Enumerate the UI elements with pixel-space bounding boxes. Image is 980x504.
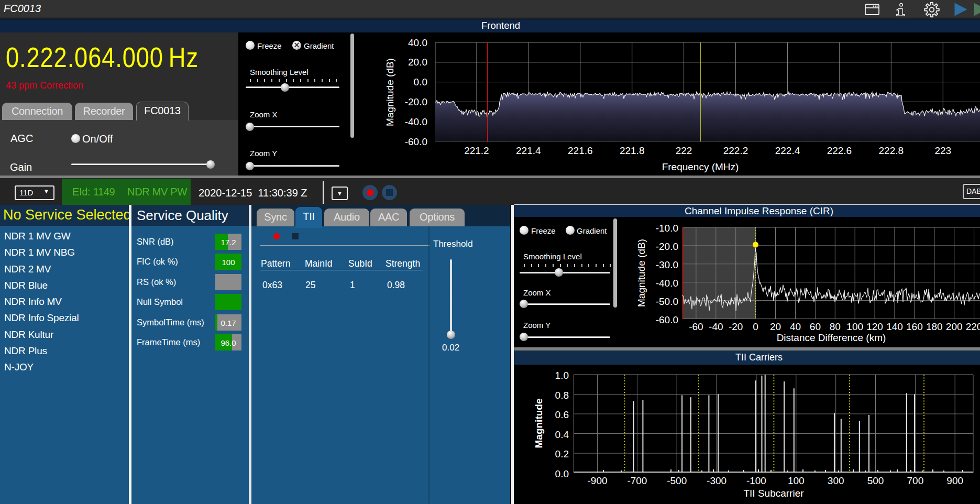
svg-text:300: 300 (828, 475, 844, 486)
svg-text:-40: -40 (709, 321, 723, 332)
svg-text:40: 40 (790, 321, 801, 332)
svg-text:221.6: 221.6 (568, 145, 593, 156)
svg-text:60: 60 (810, 321, 821, 332)
svg-text:TII Subcarrier: TII Subcarrier (743, 488, 804, 499)
svg-text:-100: -100 (746, 475, 766, 486)
svg-text:140: 140 (886, 321, 903, 332)
svg-text:221.8: 221.8 (620, 145, 645, 156)
svg-text:0.6: 0.6 (555, 409, 569, 420)
svg-text:-60.0: -60.0 (405, 136, 427, 147)
svg-text:221.2: 221.2 (464, 145, 489, 156)
svg-text:-10.0: -10.0 (656, 223, 678, 234)
svg-text:1.0: 1.0 (555, 370, 569, 381)
svg-text:-300: -300 (707, 475, 726, 486)
svg-text:-60: -60 (689, 321, 703, 332)
svg-text:-40.0: -40.0 (405, 116, 427, 127)
svg-text:20.0: 20.0 (408, 57, 427, 68)
svg-text:-60.0: -60.0 (656, 314, 678, 325)
svg-text:220: 220 (966, 321, 980, 332)
svg-text:222.8: 222.8 (879, 145, 904, 156)
svg-text:Frequency (MHz): Frequency (MHz) (662, 161, 739, 172)
svg-text:120: 120 (866, 321, 883, 332)
svg-text:-30.0: -30.0 (656, 259, 678, 270)
svg-text:Magnitude (dB): Magnitude (dB) (636, 239, 647, 307)
svg-text:222.6: 222.6 (827, 145, 852, 156)
svg-text:-40.0: -40.0 (656, 278, 678, 289)
svg-text:0.2: 0.2 (555, 448, 569, 459)
svg-text:-900: -900 (587, 475, 607, 486)
svg-text:-700: -700 (627, 475, 647, 486)
svg-text:100: 100 (788, 475, 805, 486)
svg-text:222: 222 (676, 145, 692, 156)
svg-text:0.8: 0.8 (555, 390, 569, 401)
svg-text:221.4: 221.4 (516, 145, 541, 156)
svg-text:223: 223 (934, 145, 951, 156)
svg-text:160: 160 (906, 321, 923, 332)
svg-text:100: 100 (846, 321, 863, 332)
svg-text:-20.0: -20.0 (656, 241, 678, 252)
svg-text:0.4: 0.4 (555, 429, 569, 440)
svg-text:222.2: 222.2 (723, 145, 748, 156)
svg-text:-20.0: -20.0 (405, 96, 427, 107)
svg-text:0: 0 (753, 321, 758, 332)
svg-text:-50.0: -50.0 (656, 296, 678, 307)
svg-text:700: 700 (907, 475, 924, 486)
svg-text:Distance Difference (km): Distance Difference (km) (777, 332, 886, 343)
svg-text:Magnitude: Magnitude (533, 399, 544, 448)
svg-text:20: 20 (770, 321, 781, 332)
svg-text:0.0: 0.0 (555, 468, 569, 479)
svg-text:0.0: 0.0 (414, 76, 427, 87)
svg-text:222.4: 222.4 (775, 145, 800, 156)
svg-text:80: 80 (830, 321, 841, 332)
svg-text:180: 180 (926, 321, 943, 332)
svg-text:500: 500 (867, 475, 884, 486)
svg-text:-500: -500 (667, 475, 687, 486)
svg-text:200: 200 (946, 321, 963, 332)
svg-text:Magnitude (dB): Magnitude (dB) (384, 58, 395, 126)
svg-text:900: 900 (946, 475, 963, 486)
svg-text:-20: -20 (729, 321, 743, 332)
svg-text:40.0: 40.0 (408, 37, 427, 48)
